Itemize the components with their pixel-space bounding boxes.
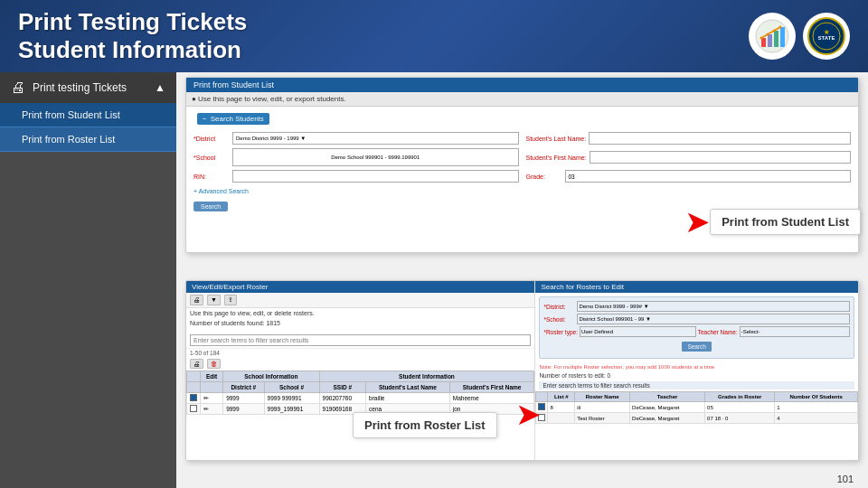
advanced-search-toggle[interactable]: + Advanced Search <box>186 186 858 196</box>
svg-point-6 <box>767 33 769 36</box>
svg-text:★: ★ <box>824 29 830 35</box>
first-name-input[interactable] <box>590 151 851 164</box>
rin-input[interactable] <box>232 170 519 183</box>
sidebar: 🖨 Print testing Tickets ▲ Print from Stu… <box>0 72 176 488</box>
print-roster-btn[interactable]: 🖨 <box>190 359 203 369</box>
roster-search-panel: *District: Demo District 9999 - 999# ▼ *… <box>539 296 854 359</box>
svg-rect-2 <box>768 34 772 47</box>
roster-right-header: Search for Rosters to Edit <box>535 281 858 293</box>
roster-search-button[interactable]: Search <box>682 342 712 352</box>
roster-search-hint: Enter search terms to filter search resu… <box>539 381 854 389</box>
first-name-field: Student's First Name: <box>526 148 852 166</box>
school-field: *School Demo School 999901 - 9999.199901 <box>193 148 519 166</box>
logo-chart <box>749 13 796 60</box>
left-toolbar-label: Use this page to view, edit, or delete r… <box>186 308 534 318</box>
rs-district-field: *District: Demo District 9999 - 999# ▼ <box>543 301 850 312</box>
roster-left-header: View/Edit/Export Roster <box>186 281 534 293</box>
sidebar-header: 🖨 Print testing Tickets ▲ <box>0 72 176 103</box>
col-student-info: Student Information <box>319 371 534 382</box>
ss-header: Print from Student List <box>186 78 858 92</box>
chevron-up-icon: ▲ <box>155 81 165 94</box>
district-field: *District Demo District 9999 - 1999 ▼ <box>193 132 519 145</box>
edit-icon[interactable]: ✏ <box>203 395 209 401</box>
table-row: ✏ 9999 9999 999991 990207760 braille Mah… <box>187 393 534 404</box>
rs-teacher-input[interactable]: -Select- <box>740 326 850 337</box>
student-list-annotation: ➤ Print from Student List <box>684 206 861 237</box>
roster-list-label: Print from Roster List <box>353 412 497 438</box>
grade-input[interactable]: 03 <box>565 170 852 183</box>
rs-school-field: *School: District School 999901 - 99 ▼ <box>543 314 850 324</box>
header: Print Testing Tickets Student Informatio… <box>0 0 868 72</box>
student-count: Number of students found: 1815 <box>186 318 534 328</box>
student-list-label: Print from Student List <box>710 209 861 235</box>
export-btn[interactable]: ⇪ <box>224 295 237 305</box>
district-input[interactable]: Demo District 9999 - 1999 ▼ <box>232 132 519 145</box>
col-school-info: School Information <box>223 371 319 382</box>
search-students-section: − Search Students <box>197 113 269 125</box>
center-area: Print from Student List ● Use this page … <box>176 72 868 488</box>
row-checkbox[interactable] <box>190 394 197 401</box>
list-item: Test Roster DeCease, Margaret 07 18 · 0 … <box>536 413 858 424</box>
rs-teacher-field: Teacher Name: -Select- <box>698 326 850 337</box>
last-name-field: Student's Last Name: <box>526 132 852 145</box>
rs-extra-fields: *Roster type: User Defined Teacher Name:… <box>543 326 850 339</box>
row-checkbox[interactable] <box>190 405 197 412</box>
roster-table: Edit School Information Student Informat… <box>186 371 534 415</box>
header-title: Print Testing Tickets Student Informatio… <box>18 8 247 64</box>
last-name-input[interactable] <box>589 132 851 145</box>
printer-icon: 🖨 <box>11 80 25 96</box>
svg-rect-4 <box>780 27 785 47</box>
roster-right: Search for Rosters to Edit *District: De… <box>535 281 858 460</box>
svg-point-7 <box>773 30 776 33</box>
roster-screenshot: View/Edit/Export Roster 🖨 ▼ ⇪ Use this p… <box>185 280 859 461</box>
minus-icon: − <box>203 115 207 123</box>
page-number: 101 <box>837 474 854 484</box>
rs-roster-type-field: *Roster type: User Defined <box>543 326 695 337</box>
student-search-button[interactable]: Search <box>193 202 228 211</box>
roster-count: Number of rosters to edit: 0 <box>535 371 858 380</box>
sidebar-item-student-list[interactable]: Print from Student List <box>0 103 176 127</box>
rs-roster-type-input[interactable]: User Defined <box>580 326 696 337</box>
roster-list-label-box: Print from Roster List <box>353 412 497 438</box>
grade-field: Grade: 03 <box>526 170 852 183</box>
rin-field: RIN: <box>193 170 519 183</box>
roster-split: View/Edit/Export Roster 🖨 ▼ ⇪ Use this p… <box>186 281 858 460</box>
edit-icon[interactable]: ✏ <box>203 406 209 412</box>
delete-roster-btn[interactable]: 🗑 <box>207 359 221 369</box>
student-list-arrow: ➤ <box>684 206 710 237</box>
school-input[interactable]: Demo School 999901 - 9999.199901 <box>232 148 519 166</box>
roster-note: Note: For multiple Roster selection, you… <box>535 362 858 371</box>
sidebar-item-roster-list[interactable]: Print from Roster List <box>0 127 176 152</box>
col-checkbox <box>187 371 201 382</box>
logo-seal: STATE ★ <box>803 13 850 60</box>
dropdown-btn[interactable]: ▼ <box>207 295 221 305</box>
rs-district-input[interactable]: Demo District 9999 - 999# ▼ <box>577 301 850 312</box>
roster-arrow: ➤ <box>515 396 541 432</box>
print-btn[interactable]: 🖨 <box>190 295 203 305</box>
main-content: 🖨 Print testing Tickets ▲ Print from Stu… <box>0 72 868 488</box>
svg-rect-3 <box>774 31 778 47</box>
student-search-form: *District Demo District 9999 - 1999 ▼ St… <box>186 128 858 186</box>
rs-school-input[interactable]: District School 999901 - 99 ▼ <box>577 314 850 324</box>
roster-toolbar: 🖨 ▼ ⇪ <box>186 293 534 308</box>
list-item: 8 ili DeCease, Margaret 05 1 <box>536 402 858 413</box>
roster-filter-input[interactable] <box>190 334 531 346</box>
roster-search-filter <box>186 328 534 349</box>
col-edit: Edit <box>201 371 223 382</box>
ss-toolbar: ● Use this page to view, edit, or export… <box>186 92 858 107</box>
count-range: 1-50 of 184 <box>186 349 534 357</box>
roster-action-bar: 🖨 🗑 <box>186 357 534 371</box>
svg-rect-1 <box>761 38 766 47</box>
roster-list-table: List # Roster Name Teacher Grades in Ros… <box>535 391 858 424</box>
svg-text:STATE: STATE <box>818 35 835 41</box>
header-logos: STATE ★ <box>749 13 850 60</box>
svg-point-8 <box>779 26 782 29</box>
svg-point-5 <box>760 37 763 40</box>
